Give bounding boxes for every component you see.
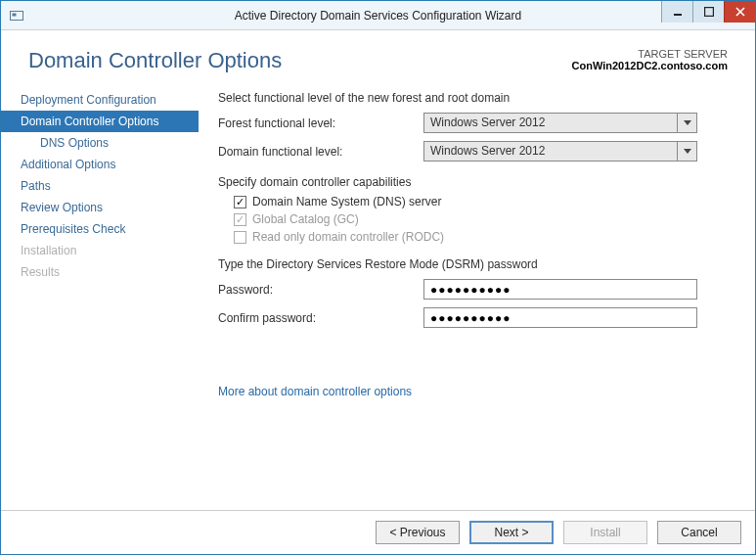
forest-level-label: Forest functional level:	[218, 116, 423, 130]
svg-rect-0	[11, 11, 23, 20]
titlebar: Active Directory Domain Services Configu…	[1, 1, 755, 30]
svg-rect-2	[674, 14, 682, 16]
close-button[interactable]	[724, 1, 755, 23]
forest-level-value: Windows Server 2012	[423, 113, 678, 133]
gc-checkbox-label: Global Catalog (GC)	[252, 212, 359, 226]
target-server-label: TARGET SERVER	[572, 48, 728, 60]
dns-checkbox-row[interactable]: ✓ Domain Name System (DNS) server	[218, 195, 735, 208]
step-additional-options[interactable]: Additional Options	[1, 154, 199, 175]
confirm-password-input[interactable]	[423, 307, 697, 328]
password-label: Password:	[218, 283, 423, 297]
dns-checkbox-label: Domain Name System (DNS) server	[252, 195, 441, 208]
install-button: Install	[563, 521, 647, 544]
capabilities-heading: Specify domain controller capabilities	[218, 175, 735, 189]
functional-level-heading: Select functional level of the new fores…	[218, 91, 735, 105]
dns-checkbox[interactable]: ✓	[234, 196, 246, 208]
domain-level-combo[interactable]: Windows Server 2012	[423, 141, 697, 162]
domain-level-dropdown-button[interactable]	[678, 141, 697, 162]
content: Deployment Configuration Domain Controll…	[1, 85, 755, 510]
step-results: Results	[1, 261, 199, 283]
rodc-checkbox-label: Read only domain controller (RODC)	[252, 230, 444, 244]
step-domain-controller-options[interactable]: Domain Controller Options	[1, 111, 199, 132]
dsrm-heading: Type the Directory Services Restore Mode…	[218, 257, 735, 271]
password-input[interactable]	[423, 279, 697, 300]
wizard-window: Active Directory Domain Services Configu…	[0, 0, 756, 555]
previous-button[interactable]: < Previous	[376, 521, 460, 544]
forest-level-combo[interactable]: Windows Server 2012	[423, 113, 697, 133]
header: Domain Controller Options TARGET SERVER …	[1, 30, 755, 85]
step-dns-options[interactable]: DNS Options	[1, 132, 199, 154]
steps-sidebar: Deployment Configuration Domain Controll…	[1, 85, 199, 510]
confirm-password-label: Confirm password:	[218, 311, 423, 325]
step-review-options[interactable]: Review Options	[1, 197, 199, 218]
svg-rect-3	[704, 8, 713, 17]
rodc-checkbox	[234, 231, 246, 244]
target-server-name: ConWin2012DC2.contoso.com	[572, 60, 728, 71]
gc-checkbox: ✓	[234, 213, 246, 226]
help-link[interactable]: More about domain controller options	[218, 385, 412, 398]
svg-rect-1	[13, 13, 17, 16]
domain-level-label: Domain functional level:	[218, 145, 423, 159]
window-title: Active Directory Domain Services Configu…	[1, 9, 755, 23]
target-server-block: TARGET SERVER ConWin2012DC2.contoso.com	[572, 48, 728, 73]
domain-level-value: Windows Server 2012	[423, 141, 678, 162]
minimize-button[interactable]	[661, 1, 692, 23]
app-icon	[9, 8, 24, 23]
titlebar-controls	[661, 1, 755, 29]
forest-level-dropdown-button[interactable]	[678, 113, 697, 133]
step-deployment-configuration[interactable]: Deployment Configuration	[1, 89, 199, 111]
step-prerequisites-check[interactable]: Prerequisites Check	[1, 218, 199, 240]
maximize-button[interactable]	[692, 1, 724, 23]
main-panel: Select functional level of the new fores…	[199, 85, 755, 510]
next-button[interactable]: Next >	[469, 521, 554, 544]
footer: < Previous Next > Install Cancel	[1, 510, 755, 554]
page-title: Domain Controller Options	[28, 48, 572, 73]
gc-checkbox-row: ✓ Global Catalog (GC)	[218, 212, 735, 226]
cancel-button[interactable]: Cancel	[657, 521, 741, 544]
step-installation: Installation	[1, 240, 199, 261]
chevron-down-icon	[684, 120, 691, 126]
chevron-down-icon	[684, 149, 691, 155]
wizard-body: Domain Controller Options TARGET SERVER …	[1, 30, 755, 554]
step-paths[interactable]: Paths	[1, 175, 199, 197]
rodc-checkbox-row: Read only domain controller (RODC)	[218, 230, 735, 244]
